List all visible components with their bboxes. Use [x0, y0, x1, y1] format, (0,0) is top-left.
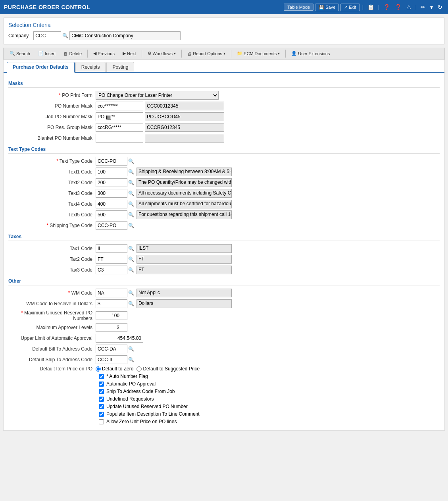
default-ship-search-btn[interactable]: 🔍 [127, 357, 135, 362]
undefined-requestors-checkbox[interactable] [99, 397, 104, 402]
tax1-code-input[interactable] [96, 244, 127, 253]
tax1-description: ILST [137, 244, 232, 253]
wm-code-search-btn[interactable]: 🔍 [127, 290, 135, 296]
table-mode-button[interactable]: Table Mode [284, 4, 313, 11]
warning-icon-btn[interactable]: ⚠ [405, 3, 413, 11]
text5-code-input[interactable] [96, 210, 127, 219]
text5-code-search-btn[interactable]: 🔍 [127, 212, 135, 218]
po-number-mask-row: PO Number Mask [8, 102, 440, 110]
checkbox-row-3: Undefined Requestors [99, 396, 440, 402]
copy-icon-btn[interactable]: 📋 [366, 3, 376, 11]
shipping-type-code-search-btn[interactable]: 🔍 [127, 223, 135, 228]
default-ship-input[interactable] [96, 355, 127, 364]
edit-icon-btn[interactable]: ✏ [419, 3, 427, 11]
automatic-po-approval-checkbox[interactable] [99, 382, 104, 387]
save-icon: 💾 [319, 5, 324, 10]
form-content: Masks * PO Print Form PO Change Order fo… [4, 73, 444, 430]
allow-zero-unit-price-checkbox[interactable] [99, 419, 104, 424]
dropdown-icon-btn[interactable]: ▾ [429, 3, 435, 11]
wm-code-input[interactable] [96, 289, 127, 297]
auto-number-flag-checkbox[interactable] [99, 374, 104, 379]
help-icon-btn[interactable]: ❓ [382, 3, 392, 11]
selection-criteria-panel: Selection Criteria Company 🔍 [3, 17, 445, 44]
default-bill-input-wrap: 🔍 [96, 345, 135, 353]
text-type-code-search-btn[interactable]: 🔍 [127, 158, 135, 164]
text1-code-input[interactable] [96, 168, 127, 176]
text2-code-search-btn[interactable]: 🔍 [127, 180, 135, 185]
tax3-code-label: Tax3 Code [8, 267, 96, 273]
tax3-description: FT [137, 266, 232, 274]
tax1-code-search-btn[interactable]: 🔍 [127, 246, 135, 251]
text1-code-search-btn[interactable]: 🔍 [127, 169, 135, 175]
po-print-form-select[interactable]: PO Change Order for Laser Printer [96, 91, 219, 100]
divider2: | [378, 4, 379, 10]
po-res-group-mask-input[interactable] [96, 123, 143, 132]
exit-icon: ↗ [344, 5, 348, 10]
shipping-type-code-input[interactable] [96, 221, 127, 230]
text3-code-input[interactable] [96, 189, 127, 198]
tab-posting[interactable]: Posting [106, 62, 134, 72]
ecm-documents-button[interactable]: 📁 ECM Documents ▾ [233, 49, 283, 58]
po-number-mask-input[interactable] [96, 102, 143, 110]
exit-button[interactable]: ↗ Exit [340, 4, 360, 11]
radio-default-suggested[interactable] [137, 366, 142, 372]
delete-button[interactable]: 🗑 Delete [60, 50, 85, 58]
report-options-button[interactable]: 🖨 Report Options ▾ [184, 50, 229, 58]
tax3-code-search-btn[interactable]: 🔍 [127, 267, 135, 273]
text4-code-search-btn[interactable]: 🔍 [127, 201, 135, 207]
tax2-code-search-btn[interactable]: 🔍 [127, 256, 135, 262]
search-button[interactable]: 🔍 Search [6, 49, 34, 58]
text3-code-search-btn[interactable]: 🔍 [127, 191, 135, 196]
item-price-label: Default Item Price on PO [8, 366, 96, 372]
save-button[interactable]: 💾 Save [315, 4, 339, 11]
next-button[interactable]: ▶ Next [119, 49, 140, 58]
radio-default-suggested-label[interactable]: Default to Suggested Price [137, 366, 200, 372]
wm-receive-search-btn[interactable]: 🔍 [127, 301, 135, 306]
tax1-code-input-wrap: 🔍 [96, 244, 135, 253]
default-bill-input[interactable] [96, 345, 127, 353]
company-code-input[interactable] [33, 31, 61, 40]
wm-code-row: * WM Code 🔍 Not Applic [8, 289, 440, 297]
ship-to-address-code-from-job-checkbox[interactable] [99, 389, 104, 394]
checkbox-group: * Auto Number Flag Automatic PO Approval… [99, 374, 440, 424]
company-search-icon[interactable]: 🔍 [62, 33, 68, 39]
checkbox-row-4: Update Unused Reserved PO Number [99, 404, 440, 409]
app-title: PURCHASE ORDER CONTROL [4, 4, 90, 10]
divider: | [362, 4, 363, 10]
wm-receive-label: WM Code to Receive in Dollars [8, 301, 96, 306]
blanket-po-number-mask-input[interactable] [96, 134, 143, 143]
radio-default-zero[interactable] [96, 366, 101, 372]
upper-limit-row: Upper Limit of Automatic Approval [8, 334, 440, 343]
text4-code-input[interactable] [96, 200, 127, 208]
max-approver-input[interactable] [96, 323, 127, 332]
populate-item-description-checkbox[interactable] [99, 412, 104, 417]
separator1 [87, 50, 88, 58]
tax2-code-input[interactable] [96, 255, 127, 264]
text3-code-row: Text3 Code 🔍 All necessary documents inc… [8, 189, 440, 198]
job-po-number-mask-input[interactable] [96, 112, 143, 121]
company-name-input[interactable] [69, 31, 181, 40]
workflows-button[interactable]: ⚙ Workflows ▾ [144, 49, 180, 58]
text2-code-input[interactable] [96, 178, 127, 187]
radio-default-zero-label[interactable]: Default to Zero [96, 366, 133, 372]
insert-button[interactable]: 📄 Insert [35, 49, 60, 58]
company-label: Company [8, 33, 29, 39]
default-bill-search-btn[interactable]: 🔍 [127, 346, 135, 352]
text-type-code-input[interactable] [96, 157, 127, 166]
text3-code-input-wrap: 🔍 [96, 189, 135, 198]
upper-limit-input[interactable] [96, 334, 143, 343]
user-extensions-button[interactable]: 👤 User Extensions [288, 49, 333, 58]
tab-purchase-order-defaults[interactable]: Purchase Order Defaults [7, 62, 75, 73]
other-section-header: Other [8, 278, 440, 285]
help2-icon-btn[interactable]: ❓ [393, 3, 403, 11]
po-print-form-row: * PO Print Form PO Change Order for Lase… [8, 91, 440, 100]
report-icon: 🖨 [187, 51, 192, 56]
tax3-code-input[interactable] [96, 266, 127, 274]
tab-receipts[interactable]: Receipts [75, 62, 106, 72]
text5-code-row: Text5 Code 🔍 For questions regarding thi… [8, 210, 440, 219]
wm-receive-input[interactable] [96, 299, 127, 308]
refresh-icon-btn[interactable]: ↻ [436, 3, 444, 11]
previous-button[interactable]: ◀ Previous [90, 49, 118, 58]
update-unused-reserved-checkbox[interactable] [99, 404, 104, 409]
max-unused-input[interactable] [96, 311, 127, 320]
